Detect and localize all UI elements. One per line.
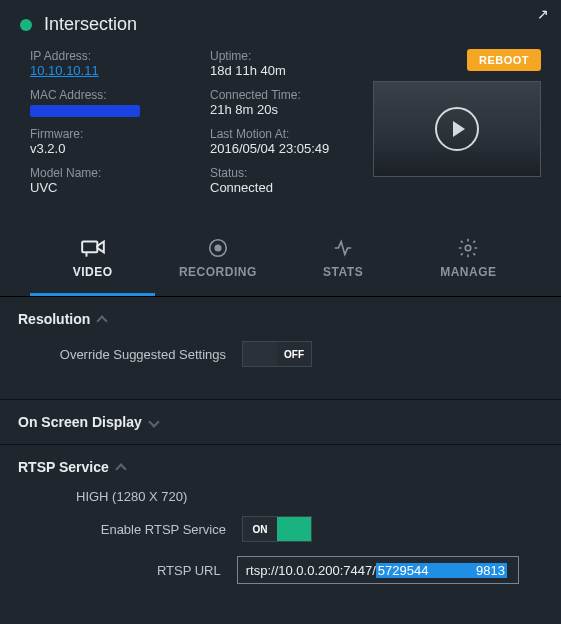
status-label: Status: [210,166,370,180]
uptime-value: 18d 11h 40m [210,63,370,78]
video-thumbnail[interactable] [373,81,541,177]
model-label: Model Name: [30,166,210,180]
firmware-value: v3.2.0 [30,141,210,156]
camera-icon [80,237,106,259]
rtsp-url-input[interactable]: rtsp://10.0.0.200:7447/5729544 9813 [237,556,519,584]
uptime-label: Uptime: [210,49,370,63]
model-value: UVC [30,180,210,195]
enable-rtsp-toggle[interactable]: ON [242,516,312,542]
chevron-up-icon [97,315,108,326]
chevron-down-icon [148,416,159,427]
device-title: Intersection [44,14,137,35]
section-resolution-header[interactable]: Resolution [18,311,543,327]
override-label: Override Suggested Settings [42,347,242,362]
enable-rtsp-label: Enable RTSP Service [42,522,242,537]
rtsp-url-label: RTSP URL [42,563,237,578]
rtsp-preset: HIGH (1280 X 720) [42,489,519,504]
tab-recording[interactable]: RECORDING [155,237,280,296]
svg-rect-0 [82,242,97,253]
tab-stats[interactable]: STATS [281,237,406,296]
play-icon [435,107,479,151]
reboot-button[interactable]: REBOOT [467,49,541,71]
tab-manage[interactable]: MANAGE [406,237,531,296]
connected-value: 21h 8m 20s [210,102,370,117]
activity-icon [330,237,356,259]
firmware-label: Firmware: [30,127,210,141]
mac-value [30,102,210,117]
connected-label: Connected Time: [210,88,370,102]
lastmotion-label: Last Motion At: [210,127,370,141]
mac-label: MAC Address: [30,88,210,102]
svg-point-3 [466,245,472,251]
section-rtsp-header[interactable]: RTSP Service [18,459,543,475]
lastmotion-value: 2016/05/04 23:05:49 [210,141,370,156]
svg-point-2 [215,245,221,251]
expand-icon[interactable]: ↗ [537,6,549,22]
chevron-up-icon [115,463,126,474]
ip-label: IP Address: [30,49,210,63]
record-icon [205,237,231,259]
section-osd-header[interactable]: On Screen Display [18,414,543,430]
gear-icon [455,237,481,259]
override-toggle[interactable]: OFF [242,341,312,367]
status-value: Connected [210,180,370,195]
ip-value[interactable]: 10.10.10.11 [30,63,210,78]
status-indicator [20,19,32,31]
tab-video[interactable]: VIDEO [30,237,155,296]
